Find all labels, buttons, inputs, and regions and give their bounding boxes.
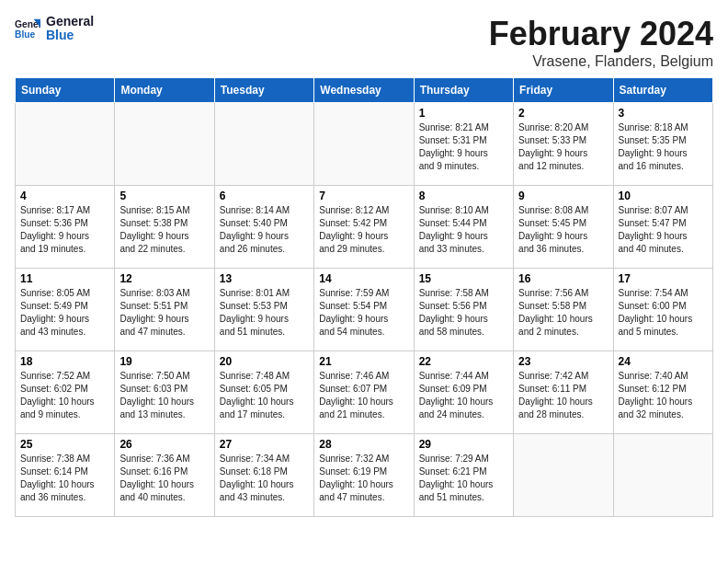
day-number: 5 — [119, 190, 209, 202]
calendar: SundayMondayTuesdayWednesdayThursdayFrid… — [15, 77, 713, 517]
day-info: Sunrise: 8:10 AMSunset: 5:44 PMDaylight:… — [419, 204, 508, 256]
logo-blue: Blue — [46, 29, 94, 42]
calendar-cell — [514, 434, 613, 517]
day-number: 8 — [419, 190, 508, 202]
day-info: Sunrise: 8:05 AMSunset: 5:49 PMDaylight:… — [20, 287, 109, 339]
day-info: Sunrise: 8:17 AMSunset: 5:36 PMDaylight:… — [20, 204, 109, 256]
day-number: 21 — [319, 355, 408, 368]
day-number: 23 — [518, 355, 608, 368]
calendar-cell: 11Sunrise: 8:05 AMSunset: 5:49 PMDayligh… — [16, 269, 115, 351]
calendar-cell: 22Sunrise: 7:44 AMSunset: 6:09 PMDayligh… — [414, 351, 513, 434]
calendar-cell — [16, 103, 115, 186]
day-info: Sunrise: 7:44 AMSunset: 6:09 PMDaylight:… — [419, 370, 508, 421]
day-number: 26 — [119, 438, 209, 451]
day-info: Sunrise: 7:34 AMSunset: 6:18 PMDaylight:… — [220, 453, 309, 504]
week-row-1: 1Sunrise: 8:21 AMSunset: 5:31 PMDaylight… — [16, 103, 713, 186]
weekday-header-row: SundayMondayTuesdayWednesdayThursdayFrid… — [16, 78, 713, 103]
calendar-cell: 3Sunrise: 8:18 AMSunset: 5:35 PMDaylight… — [613, 103, 712, 186]
day-info: Sunrise: 8:15 AMSunset: 5:38 PMDaylight:… — [119, 204, 209, 256]
calendar-cell: 5Sunrise: 8:15 AMSunset: 5:38 PMDaylight… — [115, 186, 214, 269]
logo-icon: General Blue — [15, 16, 40, 41]
day-number: 25 — [20, 438, 109, 451]
week-row-2: 4Sunrise: 8:17 AMSunset: 5:36 PMDaylight… — [16, 186, 713, 269]
logo-general: General — [46, 15, 94, 29]
day-number: 28 — [319, 438, 408, 451]
calendar-cell: 6Sunrise: 8:14 AMSunset: 5:40 PMDaylight… — [214, 186, 313, 269]
day-number: 10 — [619, 190, 708, 202]
day-info: Sunrise: 8:07 AMSunset: 5:47 PMDaylight:… — [619, 204, 708, 256]
day-number: 15 — [419, 272, 508, 285]
day-info: Sunrise: 8:20 AMSunset: 5:33 PMDaylight:… — [518, 121, 608, 173]
day-info: Sunrise: 7:59 AMSunset: 5:54 PMDaylight:… — [319, 287, 408, 339]
calendar-cell: 27Sunrise: 7:34 AMSunset: 6:18 PMDayligh… — [214, 434, 313, 517]
week-row-3: 11Sunrise: 8:05 AMSunset: 5:49 PMDayligh… — [16, 269, 713, 351]
day-info: Sunrise: 7:36 AMSunset: 6:16 PMDaylight:… — [119, 453, 209, 504]
day-info: Sunrise: 8:01 AMSunset: 5:53 PMDaylight:… — [220, 287, 309, 339]
location-title: Vrasene, Flanders, Belgium — [489, 53, 713, 70]
day-number: 2 — [518, 107, 608, 120]
calendar-cell: 8Sunrise: 8:10 AMSunset: 5:44 PMDaylight… — [414, 186, 513, 269]
calendar-cell: 10Sunrise: 8:07 AMSunset: 5:47 PMDayligh… — [613, 186, 712, 269]
calendar-cell — [115, 103, 214, 186]
calendar-cell: 26Sunrise: 7:36 AMSunset: 6:16 PMDayligh… — [115, 434, 214, 517]
calendar-cell: 15Sunrise: 7:58 AMSunset: 5:56 PMDayligh… — [414, 269, 513, 351]
day-info: Sunrise: 7:42 AMSunset: 6:11 PMDaylight:… — [518, 370, 608, 421]
day-info: Sunrise: 7:48 AMSunset: 6:05 PMDaylight:… — [220, 370, 309, 421]
weekday-header-thursday: Thursday — [414, 78, 513, 103]
calendar-cell: 14Sunrise: 7:59 AMSunset: 5:54 PMDayligh… — [314, 269, 414, 351]
calendar-cell: 16Sunrise: 7:56 AMSunset: 5:58 PMDayligh… — [514, 269, 613, 351]
day-info: Sunrise: 7:52 AMSunset: 6:02 PMDaylight:… — [20, 370, 109, 421]
calendar-cell: 20Sunrise: 7:48 AMSunset: 6:05 PMDayligh… — [214, 351, 313, 434]
day-info: Sunrise: 7:29 AMSunset: 6:21 PMDaylight:… — [419, 453, 508, 504]
day-number: 19 — [119, 355, 209, 368]
calendar-cell: 17Sunrise: 7:54 AMSunset: 6:00 PMDayligh… — [613, 269, 712, 351]
day-number: 4 — [20, 190, 109, 202]
day-number: 27 — [220, 438, 309, 451]
calendar-cell: 7Sunrise: 8:12 AMSunset: 5:42 PMDaylight… — [314, 186, 414, 269]
calendar-cell: 29Sunrise: 7:29 AMSunset: 6:21 PMDayligh… — [414, 434, 513, 517]
day-number: 7 — [319, 190, 408, 202]
weekday-header-monday: Monday — [115, 78, 214, 103]
week-row-4: 18Sunrise: 7:52 AMSunset: 6:02 PMDayligh… — [16, 351, 713, 434]
calendar-cell: 24Sunrise: 7:40 AMSunset: 6:12 PMDayligh… — [613, 351, 712, 434]
calendar-cell: 25Sunrise: 7:38 AMSunset: 6:14 PMDayligh… — [16, 434, 115, 517]
day-number: 29 — [419, 438, 508, 451]
calendar-cell — [214, 103, 313, 186]
day-number: 11 — [20, 272, 109, 285]
day-info: Sunrise: 7:40 AMSunset: 6:12 PMDaylight:… — [619, 370, 708, 421]
day-number: 6 — [220, 190, 309, 202]
svg-text:Blue: Blue — [15, 30, 36, 40]
day-info: Sunrise: 8:21 AMSunset: 5:31 PMDaylight:… — [419, 121, 508, 173]
calendar-cell: 2Sunrise: 8:20 AMSunset: 5:33 PMDaylight… — [514, 103, 613, 186]
calendar-cell: 12Sunrise: 8:03 AMSunset: 5:51 PMDayligh… — [115, 269, 214, 351]
day-info: Sunrise: 8:14 AMSunset: 5:40 PMDaylight:… — [220, 204, 309, 256]
calendar-cell — [613, 434, 712, 517]
weekday-header-sunday: Sunday — [16, 78, 115, 103]
calendar-cell: 4Sunrise: 8:17 AMSunset: 5:36 PMDaylight… — [16, 186, 115, 269]
day-info: Sunrise: 7:54 AMSunset: 6:00 PMDaylight:… — [619, 287, 708, 339]
day-number: 17 — [619, 272, 708, 285]
weekday-header-wednesday: Wednesday — [314, 78, 414, 103]
day-number: 20 — [220, 355, 309, 368]
day-info: Sunrise: 7:56 AMSunset: 5:58 PMDaylight:… — [518, 287, 608, 339]
day-number: 14 — [319, 272, 408, 285]
day-number: 18 — [20, 355, 109, 368]
day-info: Sunrise: 7:50 AMSunset: 6:03 PMDaylight:… — [119, 370, 209, 421]
calendar-cell: 13Sunrise: 8:01 AMSunset: 5:53 PMDayligh… — [214, 269, 313, 351]
day-info: Sunrise: 7:46 AMSunset: 6:07 PMDaylight:… — [319, 370, 408, 421]
day-info: Sunrise: 7:58 AMSunset: 5:56 PMDaylight:… — [419, 287, 508, 339]
day-info: Sunrise: 7:38 AMSunset: 6:14 PMDaylight:… — [20, 453, 109, 504]
calendar-cell: 9Sunrise: 8:08 AMSunset: 5:45 PMDaylight… — [514, 186, 613, 269]
day-number: 13 — [220, 272, 309, 285]
calendar-cell — [314, 103, 414, 186]
day-number: 9 — [518, 190, 608, 202]
day-number: 1 — [419, 107, 508, 120]
logo: General Blue General Blue — [15, 15, 94, 43]
calendar-cell: 19Sunrise: 7:50 AMSunset: 6:03 PMDayligh… — [115, 351, 214, 434]
week-row-5: 25Sunrise: 7:38 AMSunset: 6:14 PMDayligh… — [16, 434, 713, 517]
day-number: 22 — [419, 355, 508, 368]
day-number: 16 — [518, 272, 608, 285]
weekday-header-friday: Friday — [514, 78, 613, 103]
calendar-cell: 1Sunrise: 8:21 AMSunset: 5:31 PMDaylight… — [414, 103, 513, 186]
calendar-cell: 18Sunrise: 7:52 AMSunset: 6:02 PMDayligh… — [16, 351, 115, 434]
